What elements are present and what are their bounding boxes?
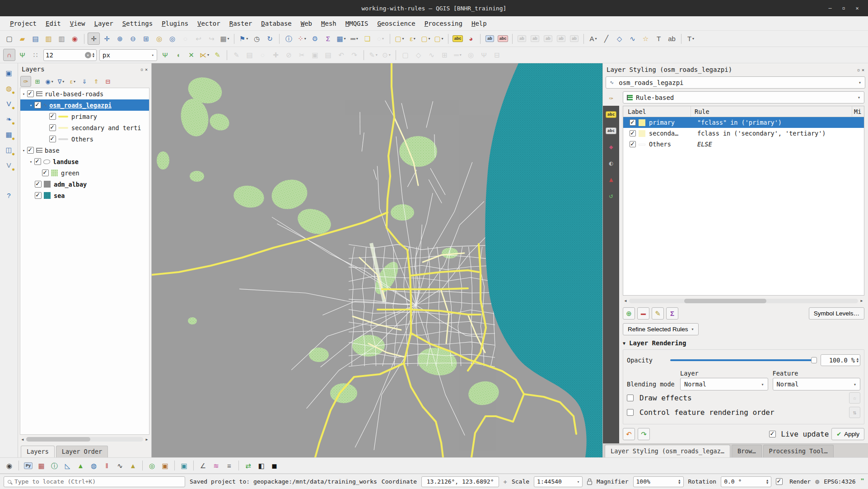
render-checkbox[interactable] bbox=[776, 478, 783, 485]
change-label-properties[interactable]: ab bbox=[555, 33, 567, 45]
apply-button[interactable]: ✔ Apply bbox=[831, 428, 864, 440]
rule-checkbox[interactable] bbox=[42, 169, 49, 176]
new-grass-layer[interactable]: ▦ bbox=[3, 128, 15, 141]
styling-layer-selector[interactable]: ∿ osm_roads_legazpi ▾ bbox=[606, 76, 865, 89]
count-features-button[interactable]: Σ bbox=[666, 307, 678, 320]
rule-row-secondary[interactable]: secondary and terti bbox=[20, 122, 149, 133]
elevation-tab[interactable]: ▲ bbox=[603, 172, 619, 187]
open-layer-styling-panel[interactable]: ✑ bbox=[20, 76, 31, 87]
stepper-buttons[interactable]: ▲▼ bbox=[93, 52, 94, 58]
feature-blend-dropdown[interactable]: Normal ▾ bbox=[773, 378, 861, 390]
undo-style-button[interactable]: ↶ bbox=[623, 428, 635, 440]
snapping-toggle[interactable]: ∩ bbox=[3, 49, 15, 61]
tab-layer-order[interactable]: Layer Order bbox=[56, 446, 108, 457]
layer-row-rule-based-roads[interactable]: ▾ rule-based-roads bbox=[20, 88, 149, 99]
attribute-table[interactable]: ▦ ▾ bbox=[335, 33, 347, 45]
control-rendering-order-checkbox[interactable] bbox=[627, 409, 634, 416]
parallel-lines[interactable]: ≡ bbox=[223, 460, 235, 472]
fill-ring[interactable]: Ψ bbox=[478, 49, 490, 61]
vertex-editor[interactable]: ⊙ ▾ bbox=[380, 49, 392, 61]
rule-checkbox[interactable] bbox=[49, 113, 56, 120]
redo-edit[interactable]: ↷ bbox=[348, 49, 360, 61]
new-virtual-layer[interactable]: ◫ bbox=[3, 144, 15, 156]
crs-indicator[interactable]: EPSG:4326 bbox=[824, 478, 855, 485]
paste-features[interactable]: ▤ bbox=[322, 49, 334, 61]
scroll-right-icon[interactable]: ▶ bbox=[144, 437, 149, 442]
layer-checkbox[interactable] bbox=[27, 90, 34, 97]
select-features[interactable]: ▢ ▾ bbox=[393, 33, 406, 45]
expander-icon[interactable]: ▾ bbox=[28, 103, 34, 108]
expand-all[interactable]: ⇓ bbox=[79, 76, 90, 87]
add-feature[interactable]: ◌ bbox=[257, 49, 269, 61]
rotate-feature[interactable]: ✎ bbox=[211, 49, 224, 61]
stepper-buttons[interactable]: ▲▼ bbox=[766, 479, 768, 484]
remove-layer[interactable]: ⊟ bbox=[103, 76, 113, 87]
rule-row-primary[interactable]: primary "fclass" in ('primary') bbox=[623, 117, 864, 128]
rule-checkbox[interactable] bbox=[49, 136, 56, 142]
layer-checkbox[interactable] bbox=[35, 192, 42, 199]
trim-extend[interactable]: ◎ bbox=[465, 49, 477, 61]
layer-checkbox[interactable] bbox=[35, 181, 42, 188]
edit-rule-button[interactable]: ✎ bbox=[652, 307, 664, 320]
lock-scale-icon[interactable] bbox=[587, 481, 592, 485]
extents-icon[interactable]: ✛ bbox=[504, 479, 507, 484]
layer-checkbox[interactable] bbox=[27, 147, 34, 154]
move-feature[interactable]: ✚ bbox=[270, 49, 282, 61]
collapse-all[interactable]: ⇑ bbox=[91, 76, 102, 87]
split-features[interactable]: ◇ bbox=[412, 49, 425, 61]
annotation-select[interactable]: A ▾ bbox=[587, 33, 599, 45]
temporal-controller[interactable]: ◷ bbox=[251, 33, 263, 45]
refine-selected-rules-button[interactable]: Refine Selected Rules ▾ bbox=[623, 323, 699, 335]
undo-edit[interactable]: ↶ bbox=[335, 49, 347, 61]
qgis2web[interactable]: ▲ bbox=[75, 460, 87, 472]
renderer-selector[interactable]: Rule-based ▾ bbox=[623, 91, 864, 103]
save-edits[interactable]: ▤ bbox=[243, 49, 256, 61]
checker-black[interactable]: ◼ bbox=[268, 460, 280, 472]
help-contents[interactable]: ? bbox=[3, 189, 15, 202]
tab-layers[interactable]: Layers bbox=[21, 446, 55, 457]
pin-labels[interactable]: ab bbox=[484, 33, 496, 45]
annotation-html[interactable]: ab bbox=[666, 33, 678, 45]
zoom-to-selection[interactable]: ◎ bbox=[153, 33, 165, 45]
map-canvas[interactable] bbox=[152, 63, 602, 457]
rotate-point-symbols[interactable]: ═ ▾ bbox=[452, 49, 464, 61]
reshape-features[interactable]: ▢ bbox=[399, 49, 411, 61]
project-new[interactable]: ▢ bbox=[3, 33, 15, 45]
zoom-last[interactable]: ↩ bbox=[192, 33, 205, 45]
highlight-pinned-labels[interactable]: abc bbox=[497, 33, 509, 45]
rule-row-others[interactable]: Others bbox=[20, 133, 149, 145]
swap-layers[interactable]: ⇄ bbox=[242, 460, 254, 472]
new-map-view[interactable]: ▦ ▾ bbox=[219, 33, 231, 45]
draw-effects-checkbox[interactable] bbox=[627, 395, 634, 401]
refresh-map[interactable]: ↻ bbox=[264, 33, 276, 45]
checker-bw[interactable]: ◧ bbox=[255, 460, 267, 472]
scale-combo[interactable]: 1:44540 ▾ bbox=[534, 476, 583, 487]
annotation-marker[interactable]: ☆ bbox=[639, 33, 652, 45]
layer-row-landuse[interactable]: ▾ landuse bbox=[20, 156, 149, 167]
cut-features[interactable]: ✂ bbox=[296, 49, 308, 61]
dock-tab-browser[interactable]: Brow… bbox=[732, 445, 762, 457]
opacity-slider[interactable] bbox=[670, 357, 817, 364]
show-layout-manager[interactable]: ▥ bbox=[56, 33, 68, 45]
toggle-label-visibility[interactable]: ab bbox=[568, 33, 580, 45]
python-console[interactable]: Py bbox=[22, 460, 34, 472]
mmqgis-grid[interactable]: ▦ bbox=[35, 460, 47, 472]
rule-row-secondary[interactable]: seconda… fclass in ('secondary', 'tertia… bbox=[623, 128, 864, 139]
zoom-plugin[interactable]: ◎ bbox=[146, 460, 158, 472]
symbology-tab[interactable]: ✑ bbox=[603, 90, 619, 106]
azimuth-tool[interactable]: ∠ bbox=[197, 460, 209, 472]
annotation-line[interactable]: ╱ bbox=[600, 33, 612, 45]
globe-plugin[interactable]: ◍ bbox=[88, 460, 100, 472]
masks-tab[interactable]: abc bbox=[603, 123, 619, 138]
zoom-to-layer[interactable]: ◎ bbox=[166, 33, 178, 45]
rule-row-primary[interactable]: primary bbox=[20, 111, 149, 122]
select-by-expression[interactable]: ε ▾ bbox=[406, 33, 419, 45]
column-header-rule[interactable]: Rule bbox=[691, 106, 852, 117]
annotation-text[interactable]: T bbox=[653, 33, 665, 45]
new-shapefile-layer[interactable]: V bbox=[3, 98, 15, 110]
minimize-button[interactable]: – bbox=[826, 5, 834, 11]
rule-row-others[interactable]: Others ELSE bbox=[623, 139, 864, 150]
open-data-source-manager[interactable]: ▣ bbox=[3, 67, 15, 79]
history-tab[interactable]: ↺ bbox=[603, 188, 619, 203]
layer-row-adm-albay[interactable]: adm_albay bbox=[20, 179, 149, 190]
